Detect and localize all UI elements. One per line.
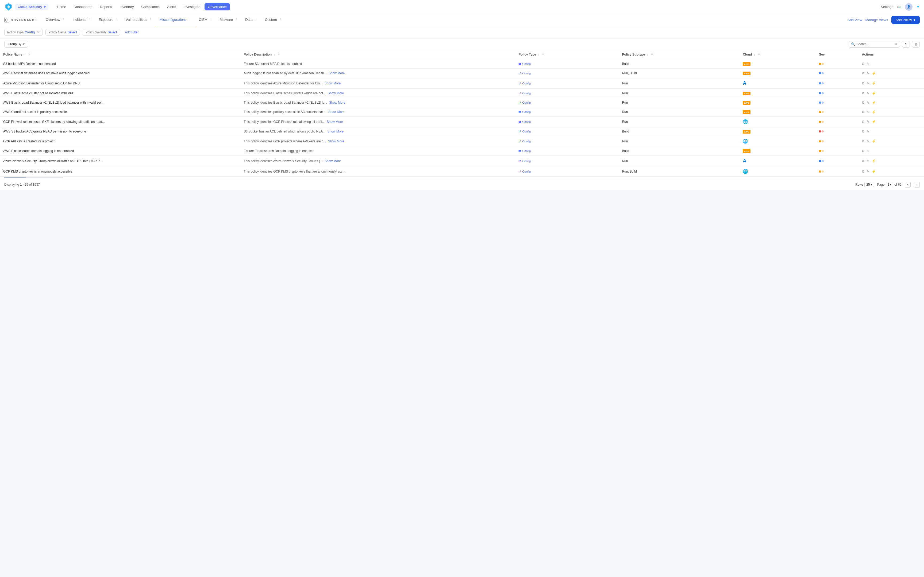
edit-action[interactable]: ✎ [866,71,869,75]
col-policy-name[interactable]: Policy Name ↕ ⠿ [0,50,241,59]
show-more-link[interactable]: Show More [325,159,341,163]
edit-action[interactable]: ✎ [866,139,869,143]
table-scroll[interactable]: Policy Name ↕ ⠿ Policy Description ↕ ⠿ P… [0,50,924,177]
more-action[interactable]: ⚡ [872,81,876,85]
policy-name-filter[interactable]: Policy Name Select [45,29,80,35]
edit-action[interactable]: ✎ [866,120,869,124]
show-more-link[interactable]: Show More [327,120,343,124]
add-view-button[interactable]: Add View [848,18,862,22]
more-action[interactable]: ⚡ [872,91,876,95]
show-more-link[interactable]: Show More [328,130,344,133]
show-more-link[interactable]: Show More [328,110,345,114]
edit-action[interactable]: ✎ [866,149,869,153]
nav-item-governance[interactable]: Governance [205,3,230,10]
sub-nav-ciem[interactable]: CIEM⋮ [196,14,217,26]
sub-nav-custom[interactable]: Custom⋮ [262,14,286,26]
clone-action[interactable]: ⧉ [862,71,864,75]
prev-page-button[interactable]: ‹ [905,182,911,187]
more-action[interactable]: ⚡ [872,169,876,173]
edit-action[interactable]: ✎ [866,62,869,66]
manage-views-button[interactable]: Manage Views [866,18,888,22]
sub-nav-misconfigurations[interactable]: Misconfigurations⋮ [156,14,195,26]
add-filter-button[interactable]: Add Filter [123,29,141,35]
more-action[interactable]: ⚡ [872,120,876,124]
rows-select-box[interactable]: 25 ▾ [864,182,874,187]
star-icon[interactable]: ✦ [916,4,920,9]
policy-type-remove[interactable]: ✕ [37,30,40,34]
edit-action[interactable]: ✎ [866,101,869,105]
col-policy-subtype[interactable]: Policy Subtype ↕ ⠿ [619,50,740,59]
show-more-link[interactable]: Show More [328,139,344,143]
incidents-dots[interactable]: ⋮ [87,18,92,22]
clone-action[interactable]: ⧉ [862,120,864,124]
edit-action[interactable]: ✎ [866,159,869,163]
search-clear-icon[interactable]: ✕ [895,42,898,46]
nav-item-compliance[interactable]: Compliance [138,3,163,10]
col-cloud[interactable]: Cloud ↕ ⠿ [740,50,816,59]
clone-action[interactable]: ⧉ [862,149,864,153]
nav-item-alerts[interactable]: Alerts [164,3,179,10]
data-dots[interactable]: ⋮ [254,18,258,22]
search-input[interactable] [856,42,894,46]
policy-type-filter[interactable]: Policy Type Config ✕ [4,29,43,35]
more-action[interactable]: ⚡ [872,110,876,114]
book-icon[interactable]: 📖 [897,5,901,9]
nav-item-home[interactable]: Home [54,3,69,10]
more-action[interactable]: ⚡ [872,159,876,163]
misconfigurations-dots[interactable]: ⋮ [188,18,192,22]
clone-action[interactable]: ⧉ [862,100,864,105]
show-more-link[interactable]: Show More [328,91,344,95]
sub-nav-exposure[interactable]: Exposure⋮ [95,14,123,26]
edit-action[interactable]: ✎ [866,91,869,95]
app-switcher[interactable]: Cloud Security ▾ [15,4,48,10]
col-severity[interactable]: Sev [816,50,859,59]
refresh-button[interactable]: ↻ [902,41,910,48]
sub-nav-incidents[interactable]: Incidents⋮ [69,14,95,26]
sub-nav-overview[interactable]: Overview⋮ [42,14,69,26]
overview-dots[interactable]: ⋮ [61,18,66,22]
ciem-dots[interactable]: ⋮ [208,18,213,22]
columns-button[interactable]: ⊞ [912,41,920,48]
drag-icon-cloud[interactable]: ⠿ [758,53,760,56]
clone-action[interactable]: ⧉ [862,139,864,143]
show-more-link[interactable]: Show More [329,101,346,105]
scrollbar-thumb[interactable] [4,177,26,178]
group-by-button[interactable]: Group By ▾ [4,40,28,48]
edit-action[interactable]: ✎ [866,169,869,173]
more-action[interactable]: ⚡ [872,71,876,75]
edit-action[interactable]: ✎ [866,130,869,134]
show-more-link[interactable]: Show More [329,71,345,75]
nav-item-reports[interactable]: Reports [97,3,115,10]
col-policy-description[interactable]: Policy Description ↕ ⠿ [241,50,515,59]
page-select-box[interactable]: 1 ▾ [886,182,893,187]
sub-nav-vulnerabilities[interactable]: Vulnerabilities⋮ [123,14,156,26]
nav-item-investigate[interactable]: Investigate [180,3,204,10]
col-policy-type[interactable]: Policy Type ↕ ⠿ [515,50,619,59]
nav-item-inventory[interactable]: Inventory [116,3,137,10]
clone-action[interactable]: ⧉ [862,81,864,85]
edit-action[interactable]: ✎ [866,81,869,85]
vulnerabilities-dots[interactable]: ⋮ [148,18,153,22]
clone-action[interactable]: ⧉ [862,62,864,66]
more-action[interactable]: ⚡ [872,139,876,143]
edit-action[interactable]: ✎ [866,110,869,114]
sub-nav-malware[interactable]: Malware⋮ [216,14,242,26]
add-policy-button[interactable]: Add Policy ▾ [892,16,920,24]
user-avatar[interactable]: 👤 [905,3,913,11]
nav-item-dashboards[interactable]: Dashboards [70,3,95,10]
policy-severity-filter[interactable]: Policy Severity Select [82,29,120,35]
settings-link[interactable]: Settings [881,5,893,9]
show-more-link[interactable]: Show More [325,82,341,85]
sub-nav-data[interactable]: Data⋮ [242,14,262,26]
drag-icon-policy-name[interactable]: ⠿ [28,53,31,56]
malware-dots[interactable]: ⋮ [234,18,239,22]
clone-action[interactable]: ⧉ [862,91,864,95]
clone-action[interactable]: ⧉ [862,129,864,134]
drag-icon-policy-desc[interactable]: ⠿ [278,53,280,56]
exposure-dots[interactable]: ⋮ [115,18,119,22]
clone-action[interactable]: ⧉ [862,169,864,174]
drag-icon-policy-type[interactable]: ⠿ [542,53,544,56]
drag-icon-policy-subtype[interactable]: ⠿ [651,53,653,56]
more-action[interactable]: ⚡ [872,101,876,105]
custom-dots[interactable]: ⋮ [278,18,283,22]
